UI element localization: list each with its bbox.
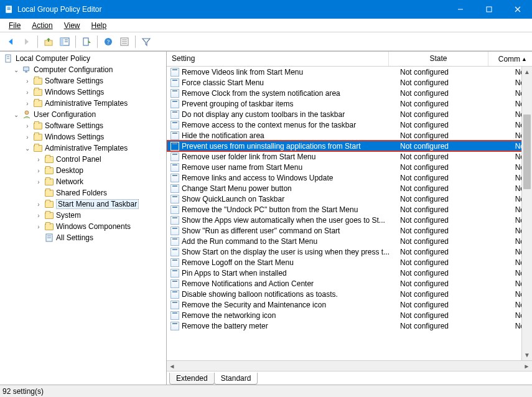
- tree-uc-windows[interactable]: ›Windows Settings: [2, 131, 166, 142]
- maximize-button[interactable]: [475, 0, 503, 19]
- setting-name: Pin Apps to Start when installed: [182, 269, 287, 278]
- setting-row[interactable]: Remove Logoff on the Start MenuNot confi…: [167, 257, 532, 268]
- horizontal-scrollbar[interactable]: ◄ ►: [167, 360, 532, 371]
- tab-extended[interactable]: Extended: [169, 373, 215, 385]
- setting-icon: [170, 78, 179, 87]
- setting-row[interactable]: Change Start Menu power buttonNot config…: [167, 183, 532, 194]
- menu-action[interactable]: Action: [27, 20, 57, 31]
- back-button[interactable]: [4, 35, 17, 49]
- setting-row[interactable]: Remove access to the context menus for t…: [167, 119, 532, 130]
- setting-row[interactable]: Do not display any custom toolbars in th…: [167, 109, 532, 119]
- caret-down-icon[interactable]: ⌄: [12, 111, 20, 118]
- tree-computer-config[interactable]: ⌄ Computer Configuration: [2, 64, 166, 75]
- menu-view[interactable]: View: [59, 20, 85, 31]
- scroll-up-icon[interactable]: ▲: [522, 67, 532, 77]
- setting-row[interactable]: Remove Notifications and Action CenterNo…: [167, 278, 532, 289]
- setting-row[interactable]: Remove Clock from the system notificatio…: [167, 88, 532, 98]
- setting-icon: [170, 142, 179, 151]
- caret-right-icon[interactable]: ›: [24, 134, 31, 141]
- setting-state: Not configured: [395, 258, 495, 267]
- setting-row[interactable]: Hide the notification areaNot configured…: [167, 130, 532, 141]
- forward-button[interactable]: [20, 35, 34, 49]
- caret-down-icon[interactable]: ⌄: [24, 145, 31, 152]
- setting-row[interactable]: Prevent users from uninstalling applicat…: [167, 141, 532, 151]
- setting-row[interactable]: Remove user folder link from Start MenuN…: [167, 151, 532, 162]
- caret-right-icon[interactable]: ›: [35, 223, 42, 230]
- tree-user-config[interactable]: ⌄ User Configuration: [2, 109, 166, 120]
- caret-right-icon[interactable]: ›: [24, 100, 31, 107]
- folder-icon: [33, 76, 43, 86]
- setting-row[interactable]: Remove Videos link from Start MenuNot co…: [167, 67, 532, 77]
- setting-state: Not configured: [395, 279, 495, 288]
- caret-right-icon[interactable]: ›: [35, 167, 42, 174]
- tree-shared-folders[interactable]: Shared Folders: [2, 187, 166, 198]
- tree-uc-admin[interactable]: ⌄Administrative Templates: [2, 142, 166, 154]
- toolbar: ?: [0, 32, 532, 51]
- properties-button[interactable]: [118, 35, 131, 49]
- scrollbar-track[interactable]: [522, 77, 532, 350]
- tree-system[interactable]: ›System: [2, 210, 166, 221]
- close-button[interactable]: [503, 0, 532, 19]
- setting-name: Remove the battery meter: [182, 322, 268, 330]
- tab-standard[interactable]: Standard: [214, 373, 258, 385]
- setting-state: Not configured: [395, 110, 495, 119]
- setting-row[interactable]: Prevent grouping of taskbar itemsNot con…: [167, 98, 532, 109]
- setting-state: Not configured: [395, 131, 495, 140]
- help-button[interactable]: ?: [101, 35, 115, 49]
- setting-row[interactable]: Remove the networking iconNot configured…: [167, 310, 532, 320]
- caret-right-icon[interactable]: ›: [35, 156, 42, 163]
- setting-row[interactable]: Disable showing balloon notifications as…: [167, 289, 532, 299]
- setting-icon: [170, 205, 179, 214]
- tree-uc-software[interactable]: ›Software Settings: [2, 120, 166, 131]
- setting-row[interactable]: Show QuickLaunch on TaskbarNot configure…: [167, 194, 532, 204]
- setting-row[interactable]: Show Start on the display the user is us…: [167, 246, 532, 257]
- caret-down-icon[interactable]: ⌄: [12, 67, 20, 73]
- up-button[interactable]: [42, 35, 55, 49]
- caret-right-icon[interactable]: ›: [24, 123, 31, 129]
- menu-bar: File Action View Help: [0, 19, 532, 32]
- tabs: Extended Standard: [167, 371, 532, 385]
- setting-name: Remove user name from Start Menu: [182, 163, 302, 172]
- scroll-left-icon[interactable]: ◄: [167, 363, 177, 370]
- tree-desktop[interactable]: ›Desktop: [2, 165, 166, 176]
- vertical-scrollbar[interactable]: ▲ ▼: [521, 67, 532, 360]
- filter-button[interactable]: [139, 35, 153, 49]
- tree-start-menu[interactable]: ›Start Menu and Taskbar: [2, 198, 166, 210]
- column-setting[interactable]: Setting: [167, 52, 389, 66]
- user-icon: [22, 110, 32, 119]
- caret-right-icon[interactable]: ›: [24, 78, 31, 85]
- setting-row[interactable]: Force classic Start MenuNot configuredNo: [167, 77, 532, 88]
- column-comment[interactable]: Comm▲: [488, 52, 532, 66]
- tree-cc-windows[interactable]: ›Windows Settings: [2, 86, 166, 98]
- caret-right-icon[interactable]: ›: [35, 212, 42, 219]
- setting-row[interactable]: Pin Apps to Start when installedNot conf…: [167, 268, 532, 278]
- scroll-down-icon[interactable]: ▼: [522, 350, 532, 360]
- menu-file[interactable]: File: [4, 20, 26, 31]
- tree-all-settings[interactable]: All Settings: [2, 232, 166, 243]
- column-state[interactable]: State: [389, 52, 488, 66]
- tree-network[interactable]: ›Network: [2, 176, 166, 187]
- setting-row[interactable]: Remove user name from Start MenuNot conf…: [167, 162, 532, 172]
- setting-row[interactable]: Remove the "Undock PC" button from the S…: [167, 204, 532, 215]
- show-hide-tree-button[interactable]: [58, 35, 72, 49]
- setting-row[interactable]: Remove links and access to Windows Updat…: [167, 172, 532, 183]
- tree-root[interactable]: Local Computer Policy: [2, 53, 166, 64]
- setting-row[interactable]: Add the Run command to the Start MenuNot…: [167, 236, 532, 246]
- tree-cc-admin[interactable]: ›Administrative Templates: [2, 98, 166, 109]
- tree-pane[interactable]: Local Computer Policy ⌄ Computer Configu…: [0, 52, 167, 385]
- tree-control-panel[interactable]: ›Control Panel: [2, 154, 166, 165]
- caret-right-icon[interactable]: ›: [35, 201, 42, 208]
- setting-row[interactable]: Remove the battery meterNot configuredNo: [167, 320, 532, 331]
- menu-help[interactable]: Help: [86, 20, 112, 31]
- setting-row[interactable]: Show the Apps view automatically when th…: [167, 215, 532, 225]
- caret-right-icon[interactable]: ›: [24, 89, 31, 96]
- setting-row[interactable]: Show "Run as different user" command on …: [167, 225, 532, 236]
- scrollbar-thumb[interactable]: [523, 114, 531, 189]
- setting-row[interactable]: Remove the Security and Maintenance icon…: [167, 299, 532, 310]
- caret-right-icon[interactable]: ›: [35, 179, 42, 185]
- minimize-button[interactable]: [446, 0, 475, 19]
- tree-cc-software[interactable]: ›Software Settings: [2, 75, 166, 86]
- tree-windows-components[interactable]: ›Windows Components: [2, 221, 166, 232]
- scroll-right-icon[interactable]: ►: [521, 363, 532, 370]
- export-list-button[interactable]: [80, 35, 93, 49]
